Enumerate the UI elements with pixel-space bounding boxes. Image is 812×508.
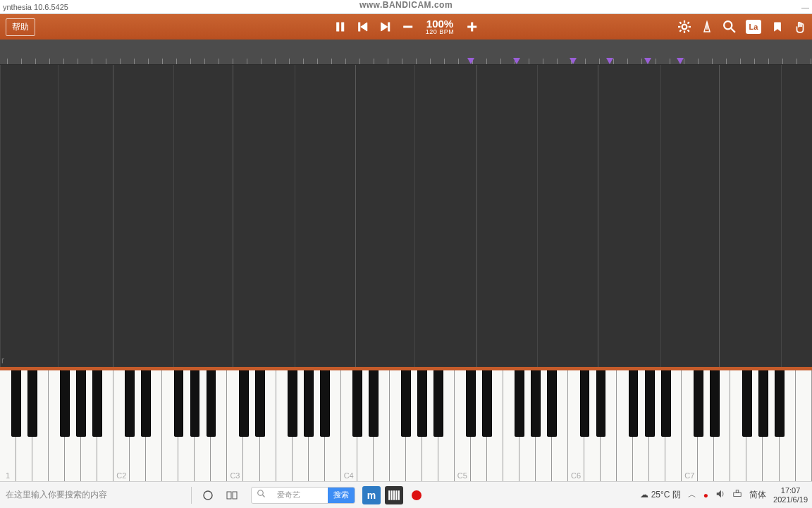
piano-keyboard[interactable]: 1C2C3C4C5C6C7 bbox=[0, 368, 812, 481]
black-key[interactable] bbox=[92, 370, 102, 437]
metronome-icon[interactable] bbox=[701, 20, 713, 33]
notation-toggle-button[interactable]: La bbox=[746, 20, 761, 34]
ruler-tick bbox=[317, 59, 318, 64]
ruler-marker[interactable] bbox=[467, 58, 474, 64]
black-key[interactable] bbox=[76, 370, 86, 437]
ruler-tick bbox=[345, 59, 346, 64]
black-key[interactable] bbox=[60, 370, 70, 437]
prev-track-button[interactable] bbox=[357, 20, 369, 33]
ruler-marker[interactable] bbox=[644, 58, 651, 64]
tempo-plus-button[interactable] bbox=[465, 20, 478, 33]
ruler-tick bbox=[684, 59, 684, 64]
help-button[interactable]: 帮助 bbox=[6, 18, 35, 36]
black-key[interactable] bbox=[369, 370, 379, 437]
black-key[interactable] bbox=[207, 370, 216, 437]
ruler-tick bbox=[148, 59, 149, 64]
bookmark-icon[interactable] bbox=[771, 20, 784, 33]
fall-guide-line bbox=[113, 65, 113, 367]
black-key[interactable] bbox=[417, 370, 427, 437]
ruler-tick bbox=[529, 59, 529, 64]
next-track-button[interactable] bbox=[379, 20, 392, 33]
black-key[interactable] bbox=[466, 370, 476, 437]
fall-guide-line bbox=[295, 65, 295, 367]
tray-ethernet-icon[interactable] bbox=[732, 489, 742, 501]
black-key[interactable] bbox=[742, 370, 752, 437]
svg-marker-5 bbox=[381, 23, 388, 31]
cortana-circle-icon[interactable] bbox=[202, 489, 214, 502]
weather-widget[interactable]: ☁ 25°C 阴 bbox=[640, 489, 681, 501]
black-key[interactable] bbox=[710, 370, 720, 437]
note-fall-area[interactable]: r bbox=[0, 65, 812, 368]
settings-gear-icon[interactable] bbox=[678, 20, 691, 33]
synthesia-taskbar-icon[interactable] bbox=[385, 486, 403, 504]
black-key[interactable] bbox=[433, 370, 443, 437]
fall-guide-line bbox=[476, 65, 477, 367]
black-key[interactable] bbox=[352, 370, 362, 437]
black-key[interactable] bbox=[515, 370, 524, 437]
svg-point-26 bbox=[258, 490, 264, 496]
main-toolbar: 帮助 100% 120 BPM La bbox=[0, 14, 812, 40]
clock[interactable]: 17:07 2021/6/19 bbox=[773, 486, 808, 503]
ruler-marker[interactable] bbox=[513, 58, 520, 64]
ruler-tick bbox=[656, 59, 656, 64]
black-key[interactable] bbox=[174, 370, 184, 437]
browser-searchbox[interactable]: 爱奇艺 搜索 bbox=[251, 487, 355, 504]
cortana-search-input[interactable]: 在这里输入你要搜索的内容 bbox=[0, 489, 187, 501]
black-key[interactable] bbox=[580, 370, 590, 437]
musescore-taskbar-icon[interactable]: m bbox=[362, 486, 381, 504]
pause-button[interactable] bbox=[334, 20, 347, 33]
black-key[interactable] bbox=[758, 370, 768, 437]
black-key[interactable] bbox=[125, 370, 135, 437]
timeline-ruler[interactable] bbox=[0, 40, 812, 65]
svg-point-23 bbox=[204, 491, 212, 500]
zoom-icon[interactable] bbox=[723, 20, 736, 33]
black-key[interactable] bbox=[320, 370, 330, 437]
white-key[interactable] bbox=[796, 370, 812, 481]
weather-text: 25°C 阴 bbox=[651, 490, 681, 500]
window-title: ynthesia 10.6.5425 bbox=[3, 3, 68, 11]
black-key[interactable] bbox=[596, 370, 606, 437]
tempo-minus-button[interactable] bbox=[402, 20, 414, 33]
ruler-tick bbox=[796, 59, 797, 64]
svg-marker-3 bbox=[361, 23, 367, 31]
black-key[interactable] bbox=[629, 370, 639, 437]
black-key[interactable] bbox=[304, 370, 314, 437]
black-key[interactable] bbox=[141, 370, 151, 437]
tray-record-dot-icon[interactable]: ● bbox=[703, 490, 708, 500]
tempo-bpm: 120 BPM bbox=[426, 29, 455, 35]
hand-icon[interactable] bbox=[794, 20, 806, 33]
ruler-marker[interactable] bbox=[570, 58, 577, 64]
black-key[interactable] bbox=[255, 370, 265, 437]
ruler-tick bbox=[430, 59, 431, 64]
ruler-tick bbox=[768, 59, 769, 64]
black-key[interactable] bbox=[531, 370, 541, 437]
black-key[interactable] bbox=[694, 370, 703, 437]
black-key[interactable] bbox=[11, 370, 21, 437]
black-key[interactable] bbox=[190, 370, 200, 437]
ruler-tick bbox=[303, 59, 304, 64]
svg-marker-33 bbox=[717, 490, 721, 498]
task-view-icon[interactable] bbox=[226, 489, 238, 502]
black-key[interactable] bbox=[27, 370, 37, 437]
black-key[interactable] bbox=[239, 370, 249, 437]
black-key[interactable] bbox=[645, 370, 655, 437]
black-key[interactable] bbox=[661, 370, 671, 437]
ime-indicator[interactable]: 简体 bbox=[749, 489, 766, 501]
searchbox-go-button[interactable]: 搜索 bbox=[328, 487, 355, 503]
ruler-marker[interactable] bbox=[677, 58, 684, 64]
tray-expand-icon[interactable]: ︿ bbox=[688, 489, 696, 501]
black-key[interactable] bbox=[547, 370, 557, 437]
black-key[interactable] bbox=[482, 370, 492, 437]
minimize-button[interactable]: — bbox=[801, 3, 809, 11]
black-key[interactable] bbox=[775, 370, 785, 437]
fall-guide-line bbox=[355, 65, 356, 367]
tray-volume-icon[interactable] bbox=[715, 489, 725, 501]
black-key[interactable] bbox=[288, 370, 297, 437]
window-controls: — bbox=[793, 3, 809, 11]
bandicam-taskbar-icon[interactable] bbox=[407, 486, 426, 504]
svg-point-9 bbox=[682, 25, 687, 30]
svg-marker-22 bbox=[775, 23, 781, 31]
black-key[interactable] bbox=[401, 370, 411, 437]
fall-area-label: r bbox=[1, 356, 4, 365]
ruler-marker[interactable] bbox=[606, 58, 613, 64]
